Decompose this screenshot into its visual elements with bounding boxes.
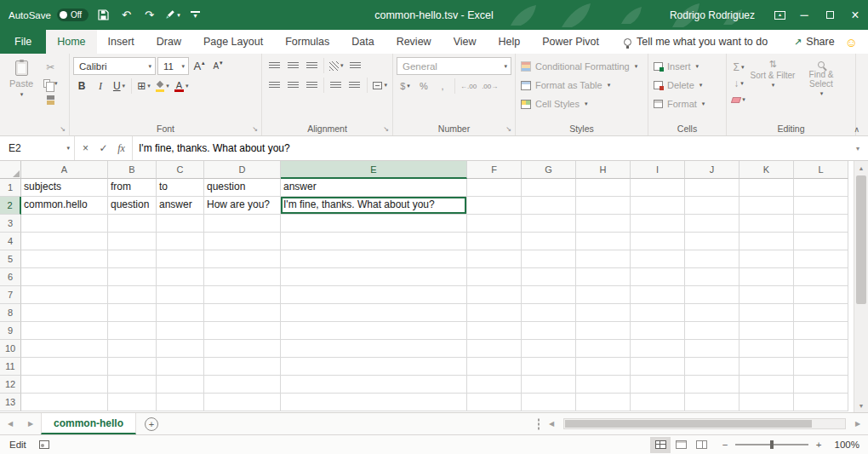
row-header-2[interactable]: 2: [0, 197, 21, 215]
cell-E6[interactable]: [281, 268, 467, 286]
cell-D1[interactable]: question: [204, 179, 281, 197]
cell-J6[interactable]: [685, 268, 740, 286]
hscroll-left-button[interactable]: ◀: [541, 413, 562, 434]
cell-K13[interactable]: [740, 394, 794, 411]
cell-I13[interactable]: [631, 394, 685, 411]
format-painter-button[interactable]: [42, 92, 60, 107]
cell-K12[interactable]: [740, 376, 794, 394]
sheet-nav-right-button[interactable]: ▶: [20, 413, 41, 434]
column-header-I[interactable]: I: [631, 161, 685, 179]
zoom-slider-thumb[interactable]: [770, 440, 774, 449]
cut-button[interactable]: ✂: [42, 60, 60, 75]
row-header-1[interactable]: 1: [0, 179, 21, 197]
decrease-indent-button[interactable]: [328, 77, 345, 94]
cell-L2[interactable]: [794, 197, 848, 215]
row-header-7[interactable]: 7: [0, 286, 21, 304]
cell-G6[interactable]: [522, 268, 576, 286]
column-header-J[interactable]: J: [685, 161, 740, 179]
dialog-launcher-icon[interactable]: ↘: [252, 125, 258, 133]
cell-K6[interactable]: [740, 268, 794, 286]
tab-help[interactable]: Help: [488, 30, 532, 54]
cell-I4[interactable]: [631, 233, 685, 250]
cell-E3[interactable]: [281, 215, 467, 233]
cell-K4[interactable]: [740, 233, 794, 250]
cell-J1[interactable]: [685, 179, 740, 197]
cell-A13[interactable]: [21, 394, 108, 411]
cell-G5[interactable]: [522, 250, 576, 268]
cell-G10[interactable]: [522, 340, 576, 358]
cell-A5[interactable]: [21, 250, 108, 268]
cell-F6[interactable]: [467, 268, 522, 286]
cell-G1[interactable]: [522, 179, 576, 197]
save-button[interactable]: [92, 0, 115, 30]
cell-K5[interactable]: [740, 250, 794, 268]
cell-C7[interactable]: [157, 286, 204, 304]
clear-button[interactable]: ▾: [730, 92, 747, 107]
cell-C10[interactable]: [157, 340, 204, 358]
cell-C5[interactable]: [157, 250, 204, 268]
wrap-text-button[interactable]: [347, 57, 364, 74]
cell-B13[interactable]: [108, 394, 157, 411]
formula-bar-expand-button[interactable]: ▾: [848, 136, 868, 160]
cell-F5[interactable]: [467, 250, 522, 268]
align-bottom-button[interactable]: [303, 57, 320, 74]
cell-I9[interactable]: [631, 322, 685, 340]
cell-F4[interactable]: [467, 233, 522, 250]
cell-B3[interactable]: [108, 215, 157, 233]
cell-D8[interactable]: [204, 304, 281, 322]
increase-decimal-button[interactable]: ←.00: [459, 78, 478, 95]
cell-G9[interactable]: [522, 322, 576, 340]
select-all-button[interactable]: [0, 161, 21, 179]
cell-E13[interactable]: [281, 394, 467, 411]
column-header-G[interactable]: G: [522, 161, 576, 179]
column-header-H[interactable]: H: [576, 161, 631, 179]
cell-D13[interactable]: [204, 394, 281, 411]
feedback-smiley-button[interactable]: ☺: [843, 30, 868, 54]
align-middle-button[interactable]: [284, 57, 301, 74]
customize-quick-access-toolbar-button[interactable]: ▾: [184, 0, 207, 30]
column-header-K[interactable]: K: [740, 161, 794, 179]
row-header-12[interactable]: 12: [0, 376, 21, 394]
cell-F9[interactable]: [467, 322, 522, 340]
vertical-scrollbar-thumb[interactable]: [856, 175, 866, 304]
cell-E7[interactable]: [281, 286, 467, 304]
cell-H7[interactable]: [576, 286, 631, 304]
number-format-select[interactable]: General ▾: [397, 57, 511, 75]
cell-H1[interactable]: [576, 179, 631, 197]
percent-style-button[interactable]: %: [415, 78, 432, 95]
dialog-launcher-icon[interactable]: ↘: [505, 125, 511, 133]
align-right-button[interactable]: [303, 77, 320, 94]
cell-H2[interactable]: [576, 197, 631, 215]
tab-formulas[interactable]: Formulas: [274, 30, 340, 54]
cell-G11[interactable]: [522, 358, 576, 376]
cell-J3[interactable]: [685, 215, 740, 233]
cell-L3[interactable]: [794, 215, 848, 233]
cell-K11[interactable]: [740, 358, 794, 376]
cell-G12[interactable]: [522, 376, 576, 394]
row-header-4[interactable]: 4: [0, 233, 21, 250]
increase-font-size-button[interactable]: A▴: [191, 58, 208, 75]
format-cells-button[interactable]: Format ▾: [652, 95, 722, 112]
cell-C12[interactable]: [157, 376, 204, 394]
cell-B11[interactable]: [108, 358, 157, 376]
cell-D10[interactable]: [204, 340, 281, 358]
column-header-L[interactable]: L: [794, 161, 848, 179]
cell-H5[interactable]: [576, 250, 631, 268]
tab-review[interactable]: Review: [385, 30, 443, 54]
fill-color-button[interactable]: ▾: [154, 78, 171, 95]
align-center-button[interactable]: [284, 77, 301, 94]
cell-H13[interactable]: [576, 394, 631, 411]
cell-D9[interactable]: [204, 322, 281, 340]
cell-I3[interactable]: [631, 215, 685, 233]
close-button[interactable]: ×: [842, 0, 868, 30]
row-header-3[interactable]: 3: [0, 215, 21, 233]
cell-E2[interactable]: I'm fine, thanks. What about you?: [281, 197, 467, 215]
font-color-button[interactable]: A ▾: [173, 78, 191, 95]
cell-A9[interactable]: [21, 322, 108, 340]
cell-L7[interactable]: [794, 286, 848, 304]
cell-A3[interactable]: [21, 215, 108, 233]
format-as-table-button[interactable]: Format as Table ▾: [519, 77, 644, 94]
cell-C3[interactable]: [157, 215, 204, 233]
align-top-button[interactable]: [266, 57, 283, 74]
column-header-C[interactable]: C: [157, 161, 204, 179]
